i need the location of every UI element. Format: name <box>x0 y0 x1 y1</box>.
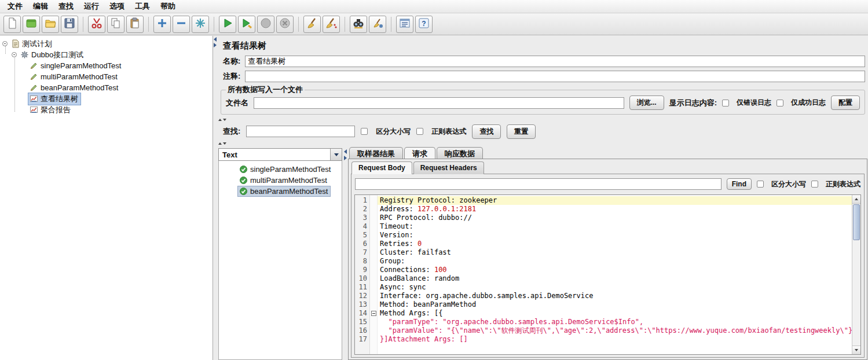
expand-down-icon[interactable] <box>223 142 226 145</box>
function-helper-button[interactable] <box>396 16 413 33</box>
chevron-down-icon[interactable] <box>330 149 342 160</box>
name-input[interactable] <box>245 56 865 67</box>
menu-run[interactable]: 运行 <box>79 0 104 13</box>
collapse-toggle-icon[interactable] <box>2 41 8 46</box>
search-find-button[interactable]: 查找 <box>472 124 501 139</box>
search-reset-button[interactable]: 重置 <box>507 124 536 139</box>
success-only-checkbox[interactable] <box>777 100 783 106</box>
tree-node-single-param-method-test[interactable]: singleParamMethodTest <box>0 60 213 71</box>
collapse-toggle-icon[interactable] <box>12 52 17 57</box>
line-number: 10 <box>355 274 367 283</box>
errors-only-checkbox[interactable] <box>722 100 729 106</box>
request-body-content: Find 区分大小写 正则表达式 12345678910111213141516… <box>351 174 865 358</box>
name-label: 名称: <box>223 56 240 67</box>
expand-down-icon[interactable] <box>223 119 226 121</box>
results-list-panel: Text singleParamMethodTestmultiParamMeth… <box>218 148 342 360</box>
tab-request-body[interactable]: Request Body <box>351 161 412 174</box>
tree-node-view-results-tree[interactable]: 查看结果树 <box>0 93 213 104</box>
browse-button[interactable]: 浏览... <box>629 95 664 110</box>
tree-node-test-plan[interactable]: 测试计划 <box>0 38 213 49</box>
stop-icon <box>259 17 272 31</box>
fold-collapse-icon[interactable] <box>371 311 376 316</box>
tree-node-aggregate-report[interactable]: 聚合报告 <box>0 104 213 115</box>
expand-all-button[interactable] <box>153 16 171 33</box>
comment-input[interactable] <box>245 71 865 82</box>
viewer-split-divider[interactable] <box>342 147 348 360</box>
scrollbar-thumb[interactable] <box>853 204 860 240</box>
errors-only-label: 仅错误日志 <box>737 98 771 108</box>
find-case-checkbox[interactable] <box>757 181 764 188</box>
menu-file[interactable]: 文件 <box>2 0 28 13</box>
test-plan-tree[interactable]: 测试计划Dubbo接口测试singleParamMethodTestmultiP… <box>0 36 213 360</box>
configure-button[interactable]: 配置 <box>831 95 860 110</box>
clear-button[interactable] <box>303 16 321 33</box>
expand-right-icon[interactable] <box>214 43 217 47</box>
result-item-bean-param-method-test[interactable]: beanParamMethodTest <box>219 186 342 197</box>
search-reset-button[interactable] <box>369 16 386 33</box>
menu-tools[interactable]: 工具 <box>130 0 155 13</box>
copy-button[interactable] <box>107 16 124 33</box>
tab-request[interactable]: 请求 <box>404 147 435 159</box>
results-viewer: Text singleParamMethodTestmultiParamMeth… <box>217 147 868 360</box>
tree-node-multi-param-method-test[interactable]: multiParamMethodTest <box>0 71 213 82</box>
tree-node-bean-param-method-test[interactable]: beanParamMethodTest <box>0 82 213 93</box>
line-number: 11 <box>355 283 367 292</box>
code-line: Method Args: [{ <box>378 309 852 318</box>
collapse-all-icon <box>175 17 188 31</box>
shutdown-button[interactable] <box>276 16 294 33</box>
find-input[interactable] <box>355 178 721 190</box>
collapse-up-icon[interactable] <box>218 119 222 121</box>
tab-sampler-result[interactable]: 取样器结果 <box>349 147 403 159</box>
save-button[interactable] <box>61 16 78 33</box>
find-regex-checkbox[interactable] <box>811 181 818 188</box>
tree-node-dubbo-test[interactable]: Dubbo接口测试 <box>0 49 213 60</box>
search-input[interactable] <box>246 126 355 137</box>
code-lines[interactable]: Registry Protocol: zookeeperAddress: 127… <box>378 195 852 354</box>
line-number: 2 <box>355 205 367 214</box>
cut-button[interactable] <box>88 16 105 33</box>
find-button[interactable]: Find <box>727 178 752 190</box>
stop-button[interactable] <box>257 16 274 33</box>
scroll-up-icon[interactable] <box>852 195 860 204</box>
editor-scrollbar[interactable] <box>852 195 860 354</box>
result-item-multi-param-method-test[interactable]: multiParamMethodTest <box>219 175 342 186</box>
horizontal-split-divider-2[interactable] <box>218 141 868 146</box>
request-subtabs: Request BodyRequest Headers <box>351 161 484 174</box>
line-number: 16 <box>355 326 367 335</box>
collapse-left-icon[interactable] <box>344 149 347 154</box>
scroll-down-icon[interactable] <box>852 346 860 354</box>
collapse-up-icon[interactable] <box>218 142 222 145</box>
search-case-checkbox[interactable] <box>361 128 368 135</box>
collapse-left-icon[interactable] <box>214 37 217 42</box>
menu-search[interactable]: 查找 <box>53 0 79 13</box>
menu-options[interactable]: 选项 <box>104 0 130 13</box>
help-button[interactable]: ? <box>415 16 433 33</box>
expand-right-icon[interactable] <box>344 156 347 160</box>
templates-button[interactable] <box>23 16 40 33</box>
open-file-button[interactable] <box>42 16 59 33</box>
comment-label: 注释: <box>223 71 240 82</box>
horizontal-split-divider[interactable] <box>218 117 868 122</box>
start-button[interactable] <box>219 16 236 33</box>
view-mode-select[interactable]: Text <box>218 148 342 161</box>
search-button[interactable] <box>350 16 367 33</box>
menu-edit[interactable]: 编辑 <box>28 0 53 13</box>
search-regex-checkbox[interactable] <box>416 128 423 135</box>
menu-help[interactable]: 帮助 <box>155 0 181 13</box>
collapse-all-button[interactable] <box>173 16 190 33</box>
start-no-pauses-button[interactable] <box>238 16 255 33</box>
tab-response-data[interactable]: 响应数据 <box>437 147 483 159</box>
listener-icon <box>30 94 38 103</box>
result-item-single-param-method-test[interactable]: singleParamMethodTest <box>219 164 342 175</box>
line-number: 4 <box>355 222 367 231</box>
clear-all-button[interactable] <box>323 16 340 33</box>
filename-input[interactable] <box>254 97 624 109</box>
paste-button[interactable] <box>126 16 144 33</box>
tab-request-headers[interactable]: Request Headers <box>413 161 484 174</box>
toggle-button[interactable] <box>192 16 209 33</box>
new-file-button[interactable] <box>3 16 21 33</box>
request-body-editor[interactable]: 1234567891011121314151617 Registry Proto… <box>354 194 861 355</box>
fold-gutter <box>370 195 378 354</box>
paste-icon <box>129 17 141 31</box>
results-list[interactable]: singleParamMethodTestmultiParamMethodTes… <box>218 161 342 360</box>
